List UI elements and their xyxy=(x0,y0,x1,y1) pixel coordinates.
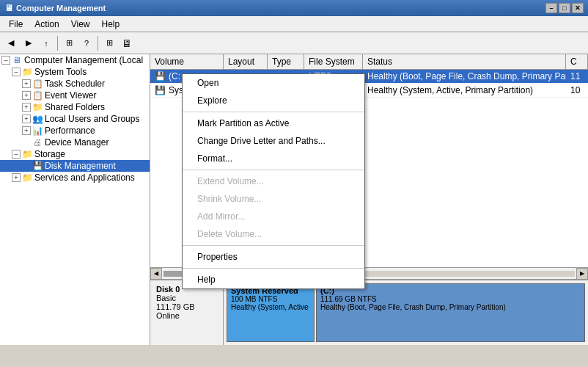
col-capacity[interactable]: C xyxy=(566,54,588,69)
segment-size-0: 100 MB NTFS xyxy=(231,295,310,303)
disk-type: Basic xyxy=(156,294,217,302)
expander-performance[interactable]: + xyxy=(22,126,31,135)
ctx-explore[interactable]: Explore xyxy=(183,92,364,109)
tree-label-device-manager: Device Manager xyxy=(45,137,109,148)
tree-label-root: Computer Management (Local xyxy=(24,55,143,65)
ctx-help[interactable]: Help xyxy=(183,271,364,288)
ctx-change-letter[interactable]: Change Drive Letter and Paths... xyxy=(183,132,364,150)
tree-item-task-scheduler[interactable]: + 📋 Task Scheduler xyxy=(0,78,150,90)
back-button[interactable]: ◀ xyxy=(3,35,19,51)
up-button[interactable]: ↑ xyxy=(38,35,54,51)
shared-folder-icon: 📁 xyxy=(32,102,43,112)
tree-item-shared-folders[interactable]: + 📁 Shared Folders xyxy=(0,101,150,113)
disk-icon: 💾 xyxy=(32,161,43,171)
col-status[interactable]: Status xyxy=(363,54,566,69)
tree-item-device-manager[interactable]: 🖨 Device Manager xyxy=(0,137,150,148)
expander-storage[interactable]: – xyxy=(12,150,21,159)
cell-cap-1: 10 xyxy=(566,84,588,97)
menu-file[interactable]: File xyxy=(3,18,29,31)
disk-panel-inner: Disk 0 Basic 111.79 GB Online System Res… xyxy=(150,280,588,345)
tree-item-services[interactable]: + 📁 Services and Applications xyxy=(0,172,150,184)
tree-item-event-viewer[interactable]: + 📋 Event Viewer xyxy=(0,90,150,101)
ctx-extend[interactable]: Extend Volume... xyxy=(183,172,364,190)
expander-task-scheduler[interactable]: + xyxy=(22,79,31,88)
ctx-properties[interactable]: Properties xyxy=(183,248,364,266)
disk-label: Disk 0 Basic 111.79 GB Online xyxy=(150,280,224,345)
ctx-mark-active[interactable]: Mark Partition as Active xyxy=(183,115,364,132)
tree-label-services: Services and Applications xyxy=(34,172,135,183)
close-button[interactable]: ✕ xyxy=(572,3,584,13)
expander-shared-folders[interactable]: + xyxy=(22,103,31,112)
tree-label-system-tools: System Tools xyxy=(34,67,87,77)
col-filesystem[interactable]: File System xyxy=(304,54,363,69)
event-icon: 📋 xyxy=(32,90,43,101)
toolbar-separator-1 xyxy=(57,36,58,51)
export-button[interactable]: 🖥 xyxy=(119,35,135,51)
cell-status-1: Healthy (System, Active, Primary Partiti… xyxy=(363,84,566,97)
ctx-sep-2 xyxy=(183,170,364,170)
disk-size: 111.79 GB xyxy=(156,302,217,311)
disk-segment-system-reserved[interactable]: System Reserved 100 MB NTFS Healthy (Sys… xyxy=(227,283,315,342)
tree-item-local-users[interactable]: + 👥 Local Users and Groups xyxy=(0,113,150,125)
title-icon: 🖥 xyxy=(4,3,13,13)
title-text: Computer Management xyxy=(16,4,106,12)
cell-status-0: Healthy (Boot, Page File, Crash Dump, Pr… xyxy=(363,70,566,83)
disk-segment-c-drive[interactable]: (C:) 111.69 GB NTFS Healthy (Boot, Page … xyxy=(316,283,585,342)
col-type[interactable]: Type xyxy=(268,54,304,69)
ctx-shrink[interactable]: Shrink Volume... xyxy=(183,190,364,208)
maximize-button[interactable]: □ xyxy=(559,3,570,13)
tree-label-event-viewer: Event Viewer xyxy=(45,90,96,101)
segment-status-1: Healthy (Boot, Page File, Crash Dump, Pr… xyxy=(320,303,581,311)
tree-item-performance[interactable]: + 📊 Performance xyxy=(0,125,150,137)
tree-item-root[interactable]: – 🖥 Computer Management (Local xyxy=(0,54,150,66)
services-icon: 📁 xyxy=(22,172,32,183)
tree-panel: – 🖥 Computer Management (Local – 📁 Syste… xyxy=(0,54,150,345)
segment-size-1: 111.69 GB NTFS xyxy=(320,295,581,303)
tree-label-task-scheduler: Task Scheduler xyxy=(45,79,105,89)
ctx-add-mirror[interactable]: Add Mirror... xyxy=(183,208,364,225)
view-button[interactable]: ⊞ xyxy=(101,35,117,51)
expander-local-users[interactable]: + xyxy=(22,115,31,123)
scroll-left-button[interactable]: ◀ xyxy=(150,268,162,280)
tree-item-disk-management[interactable]: 💾 Disk Management xyxy=(0,160,150,172)
col-layout[interactable]: Layout xyxy=(224,54,268,69)
tree-item-storage[interactable]: – 📁 Storage xyxy=(0,148,150,160)
task-icon: 📋 xyxy=(32,79,43,89)
ctx-delete[interactable]: Delete Volume... xyxy=(183,225,364,243)
col-volume[interactable]: Volume xyxy=(150,54,224,69)
show-hide-button[interactable]: ⊞ xyxy=(61,35,77,51)
tree-item-system-tools[interactable]: – 📁 System Tools xyxy=(0,66,150,78)
performance-icon: 📊 xyxy=(32,126,43,136)
title-controls: – □ ✕ xyxy=(545,3,584,13)
title-bar: 🖥 Computer Management – □ ✕ xyxy=(0,0,588,16)
ctx-sep-3 xyxy=(183,245,364,246)
help-button[interactable]: ? xyxy=(78,35,95,51)
cell-cap-0: 11 xyxy=(566,70,588,83)
menu-action[interactable]: Action xyxy=(29,18,65,31)
ctx-open[interactable]: Open xyxy=(183,74,364,92)
menu-view[interactable]: View xyxy=(65,18,96,31)
forward-button[interactable]: ▶ xyxy=(21,35,37,51)
expander-root[interactable]: – xyxy=(1,56,10,65)
device-icon: 🖨 xyxy=(32,137,43,148)
expander-system-tools[interactable]: – xyxy=(12,68,21,76)
tree-label-performance: Performance xyxy=(45,126,95,136)
segment-status-0: Healthy (System, Active xyxy=(231,303,310,311)
disk-status: Online xyxy=(156,311,217,320)
expander-event-viewer[interactable]: + xyxy=(22,91,31,100)
tree-label-disk-management: Disk Management xyxy=(45,161,116,171)
minimize-button[interactable]: – xyxy=(545,3,557,13)
disk-row-icon-0: 💾 xyxy=(155,71,166,81)
computer-icon: 🖥 xyxy=(12,55,22,65)
scroll-right-button[interactable]: ▶ xyxy=(576,268,588,280)
context-menu: Open Explore Mark Partition as Active Ch… xyxy=(182,73,365,289)
ctx-format[interactable]: Format... xyxy=(183,150,364,167)
menu-help[interactable]: Help xyxy=(96,18,126,31)
ctx-sep-1 xyxy=(183,112,364,112)
toolbar: ◀ ▶ ↑ ⊞ ? ⊞ 🖥 xyxy=(0,32,588,54)
expander-services[interactable]: + xyxy=(12,173,21,182)
tree-label-storage: Storage xyxy=(34,149,65,159)
toolbar-separator-2 xyxy=(98,36,98,51)
storage-icon: 📁 xyxy=(22,149,32,159)
folder-icon-system-tools: 📁 xyxy=(22,67,32,77)
